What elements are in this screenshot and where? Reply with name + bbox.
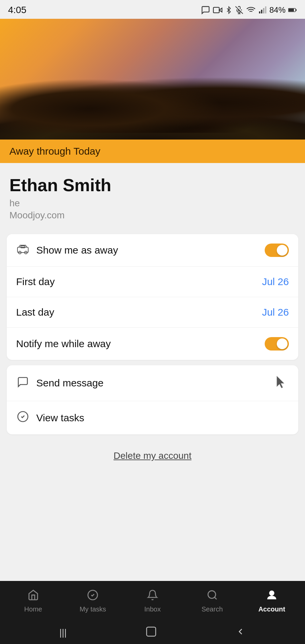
first-day-row[interactable]: First day Jul 26 — [7, 267, 298, 297]
status-time: 4:05 — [8, 5, 27, 15]
view-tasks-row[interactable]: View tasks — [7, 401, 298, 434]
system-nav-back[interactable] — [235, 627, 246, 639]
svg-rect-8 — [263, 8, 264, 13]
hero-tree-silhouette — [0, 72, 305, 140]
search-icon — [207, 589, 218, 603]
notify-while-away-toggle[interactable] — [265, 337, 289, 351]
toggle-knob-away — [277, 245, 288, 256]
my-tasks-icon — [87, 589, 98, 603]
send-message-row[interactable]: Send message — [7, 365, 298, 401]
send-message-label: Send message — [36, 377, 103, 389]
tasks-icon — [16, 411, 30, 425]
mute-icon — [235, 5, 243, 15]
last-day-value: Jul 26 — [262, 307, 289, 318]
wifi-icon — [246, 5, 256, 15]
message-icon — [16, 376, 30, 390]
away-car-icon — [16, 244, 30, 257]
battery-percentage: 84% — [269, 5, 286, 15]
nav-item-home[interactable]: Home — [3, 586, 63, 616]
system-nav-home[interactable] — [145, 626, 157, 640]
video-icon — [213, 5, 222, 15]
cursor-indicator — [275, 375, 289, 391]
nav-item-inbox[interactable]: Inbox — [123, 586, 182, 616]
away-banner: Away through Today — [0, 140, 305, 163]
bluetooth-icon — [225, 5, 232, 15]
notify-while-away-label: Notify me while away — [16, 338, 111, 350]
delete-account-container: Delete my account — [0, 440, 305, 472]
away-text: Away through Today — [9, 146, 100, 157]
svg-point-19 — [208, 591, 216, 598]
show-me-as-away-row[interactable]: Show me as away — [7, 234, 298, 267]
svg-point-21 — [269, 591, 274, 595]
svg-rect-1 — [213, 7, 219, 13]
system-nav-menu[interactable]: ||| — [59, 627, 67, 638]
nav-label-inbox: Inbox — [144, 605, 161, 613]
status-icons: 84% — [201, 5, 297, 15]
bottom-nav: Home My tasks Inbox Search — [0, 581, 305, 621]
svg-rect-7 — [261, 10, 262, 13]
battery-icon — [288, 6, 297, 14]
svg-line-20 — [214, 597, 216, 599]
delete-account-link[interactable]: Delete my account — [114, 450, 191, 461]
svg-rect-22 — [146, 627, 156, 636]
profile-company: Moodjoy.com — [9, 210, 296, 221]
nav-label-my-tasks: My tasks — [80, 605, 106, 613]
signal-icon — [259, 5, 267, 15]
account-icon — [266, 589, 277, 603]
nav-item-account[interactable]: Account — [242, 586, 302, 616]
first-day-value: Jul 26 — [262, 276, 289, 287]
inbox-icon — [147, 589, 158, 603]
bottom-spacer — [0, 472, 305, 539]
hero-banner — [0, 19, 305, 140]
action-card: Send message View tasks — [7, 365, 298, 434]
nav-item-my-tasks[interactable]: My tasks — [63, 586, 123, 616]
system-nav: ||| — [0, 621, 305, 644]
profile-name: Ethan Smith — [9, 175, 296, 195]
show-me-as-away-toggle[interactable] — [265, 244, 289, 257]
svg-rect-11 — [289, 9, 294, 11]
profile-section: Ethan Smith he Moodjoy.com — [0, 163, 305, 229]
messenger-icon — [201, 5, 210, 15]
show-me-as-away-label: Show me as away — [36, 245, 118, 256]
settings-card: Show me as away First day Jul 26 Last da… — [7, 234, 298, 360]
svg-rect-9 — [265, 6, 266, 13]
svg-rect-6 — [259, 11, 260, 13]
profile-pronoun: he — [9, 198, 296, 209]
notify-while-away-row[interactable]: Notify me while away — [7, 328, 298, 360]
show-me-as-away-left: Show me as away — [16, 244, 118, 257]
last-day-row[interactable]: Last day Jul 26 — [7, 297, 298, 328]
last-day-label: Last day — [16, 307, 54, 318]
toggle-knob-notify — [277, 338, 288, 349]
nav-label-search: Search — [202, 605, 223, 613]
nav-label-home: Home — [24, 605, 42, 613]
view-tasks-label: View tasks — [36, 412, 84, 424]
first-day-label: First day — [16, 276, 55, 287]
status-bar: 4:05 — [0, 0, 305, 19]
nav-label-account: Account — [258, 605, 285, 613]
svg-rect-12 — [296, 9, 297, 11]
nav-item-search[interactable]: Search — [182, 586, 242, 616]
home-icon — [28, 589, 39, 603]
svg-marker-0 — [219, 8, 222, 12]
